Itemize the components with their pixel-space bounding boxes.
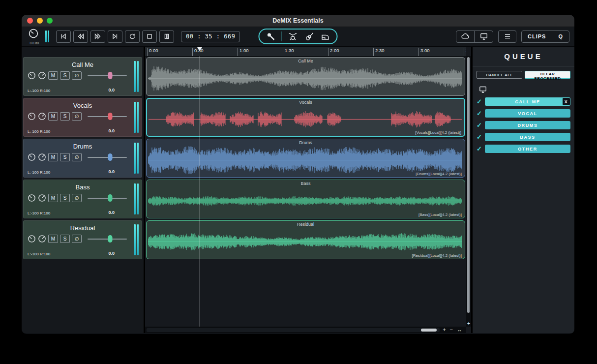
track-name: Bass: [24, 183, 142, 191]
queue-item-vocal[interactable]: VOCAL: [485, 109, 570, 118]
clear-processed-button[interactable]: CLEAR PROCESSED: [525, 71, 570, 79]
stop-button[interactable]: [142, 30, 157, 43]
volume-slider[interactable]: [88, 153, 127, 161]
queue-item-call-me[interactable]: CALL ME X: [485, 97, 570, 106]
horizontal-scrollbar-track[interactable]: [147, 328, 440, 332]
waveform-lane-bass[interactable]: Bass [Bass][Local][4.2 (latest)]: [146, 180, 465, 218]
master-gain-knob[interactable]: 0.0 dB: [27, 28, 40, 45]
waveform-lane-drums[interactable]: Drums [Drums][Local][4.2 (latest)]: [146, 139, 465, 178]
waveform-lane-vocals[interactable]: Vocals [Vocals][Local][4.2 (latest)]: [146, 98, 465, 137]
track-name: Residual: [24, 224, 142, 232]
zoom-window-button[interactable]: [47, 18, 53, 24]
volume-slider[interactable]: [88, 72, 127, 79]
queue-item-bass[interactable]: BASS: [485, 133, 570, 141]
track-controls: M S ∅: [28, 112, 127, 121]
queue-item-other[interactable]: OTHER: [485, 145, 570, 153]
mute-button[interactable]: M: [48, 235, 58, 243]
phase-button[interactable]: ∅: [72, 71, 82, 80]
master-gain-value: 0.0 dB: [25, 41, 44, 45]
track-header-bass[interactable]: Bass M S ∅ L:-100 R:100 0.0: [23, 180, 142, 218]
volume-value: 0.0: [108, 88, 115, 92]
track-header-drums[interactable]: Drums M S ∅ L:-100 R:100 0.0: [23, 139, 142, 178]
volume-slider[interactable]: [88, 235, 127, 243]
track-header-residual[interactable]: Residual M S ∅ L:-100 R:100 0.0: [23, 220, 142, 259]
cloud-button[interactable]: [456, 31, 475, 42]
desktop: DeMIX Essentials 0.0 dB: [0, 0, 597, 364]
pan-right-knob[interactable]: [38, 235, 46, 243]
track-header-vocals[interactable]: Vocals M S ∅ L:-100 R:100 0.0: [23, 98, 142, 137]
lane-title: Drums: [147, 140, 465, 145]
mute-button[interactable]: M: [48, 194, 58, 202]
vertical-scrollbar[interactable]: +: [466, 56, 471, 327]
local-device-button[interactable]: [475, 31, 493, 42]
pan-left-knob[interactable]: [28, 112, 36, 121]
pan-right-knob[interactable]: [38, 112, 46, 121]
pan-left-knob[interactable]: [28, 194, 36, 202]
waveform-lane-residual[interactable]: Residual [Residual][Local][4.2 (latest)]: [146, 220, 465, 259]
zoom-in-button[interactable]: +: [443, 327, 446, 333]
timeline-ruler[interactable]: 0:000:301:001:302:002:303:003: [145, 47, 466, 57]
clips-button[interactable]: CLIPS: [522, 31, 552, 42]
phase-button[interactable]: ∅: [72, 235, 82, 243]
guitar-icon[interactable]: [304, 31, 314, 41]
volume-slider-thumb[interactable]: [108, 235, 113, 243]
close-window-button[interactable]: [27, 18, 33, 24]
volume-slider-thumb[interactable]: [108, 194, 113, 202]
volume-slider[interactable]: [88, 194, 127, 202]
waveform-lane-call-me[interactable]: Call Me: [146, 57, 465, 96]
horizontal-scrollbar-thumb[interactable]: [421, 329, 437, 332]
stem-selector[interactable]: [259, 29, 338, 44]
time-display[interactable]: 00 : 35 : 669: [181, 31, 240, 42]
minimize-window-button[interactable]: [37, 18, 43, 24]
solo-button[interactable]: S: [60, 194, 70, 202]
pan-range-label: L:-100 R:100: [28, 129, 50, 134]
track-header-call-me[interactable]: Call Me M S ∅ L:-100 R:100 0.0: [23, 57, 142, 96]
skip-end-button[interactable]: [108, 30, 122, 43]
vertical-zoom-in-button[interactable]: +: [466, 320, 471, 326]
vertical-scrollbar-thumb[interactable]: [467, 57, 470, 313]
zoom-fit-button[interactable]: ↔: [457, 327, 462, 333]
skip-start-button[interactable]: [56, 30, 71, 43]
solo-button[interactable]: S: [60, 112, 70, 121]
remove-item-button[interactable]: X: [563, 98, 570, 105]
fast-forward-button[interactable]: [90, 30, 105, 43]
phase-button[interactable]: ∅: [72, 194, 82, 202]
loop-button[interactable]: [125, 30, 140, 43]
volume-slider-thumb[interactable]: [108, 113, 113, 120]
mute-button[interactable]: M: [48, 153, 58, 161]
queue-item: ✓ CALL ME X: [477, 97, 570, 106]
volume-slider[interactable]: [88, 113, 127, 120]
pan-left-knob[interactable]: [28, 235, 36, 243]
pan-left-knob[interactable]: [28, 153, 36, 161]
solo-button[interactable]: S: [60, 153, 70, 161]
pan-left-knob[interactable]: [28, 71, 36, 80]
pan-right-knob[interactable]: [38, 71, 46, 80]
volume-slider-thumb[interactable]: [108, 153, 113, 161]
solo-button[interactable]: S: [60, 235, 70, 243]
playhead[interactable]: [200, 56, 200, 327]
horizontal-scrollbar[interactable]: + − ↔: [145, 327, 466, 333]
queue-item-label: DRUMS: [518, 123, 538, 128]
solo-button[interactable]: S: [60, 71, 70, 80]
queue-toggle-button[interactable]: Q: [552, 31, 569, 42]
pan-right-knob[interactable]: [38, 153, 46, 161]
microphone-icon[interactable]: [266, 31, 282, 41]
phase-button[interactable]: ∅: [72, 153, 82, 161]
rewind-button[interactable]: [73, 30, 88, 43]
volume-slider-thumb[interactable]: [108, 72, 113, 79]
lane-title: Residual: [147, 222, 465, 227]
zoom-out-button[interactable]: −: [450, 327, 453, 333]
main-area: Call Me M S ∅ L:-100 R:100 0.0 Vocals: [22, 47, 574, 333]
drums-icon[interactable]: [288, 31, 298, 41]
cancel-all-button[interactable]: CANCEL ALL: [477, 71, 522, 79]
phase-button[interactable]: ∅: [72, 112, 82, 121]
track-level-meter: [134, 61, 139, 92]
mute-button[interactable]: M: [48, 112, 58, 121]
mute-button[interactable]: M: [48, 71, 58, 80]
queue-item-drums[interactable]: DRUMS: [485, 121, 570, 129]
pan-right-knob[interactable]: [38, 194, 46, 202]
pause-button[interactable]: [159, 30, 174, 43]
piano-icon[interactable]: [321, 31, 330, 41]
track-controls: M S ∅: [28, 71, 127, 80]
menu-button[interactable]: [498, 30, 516, 43]
